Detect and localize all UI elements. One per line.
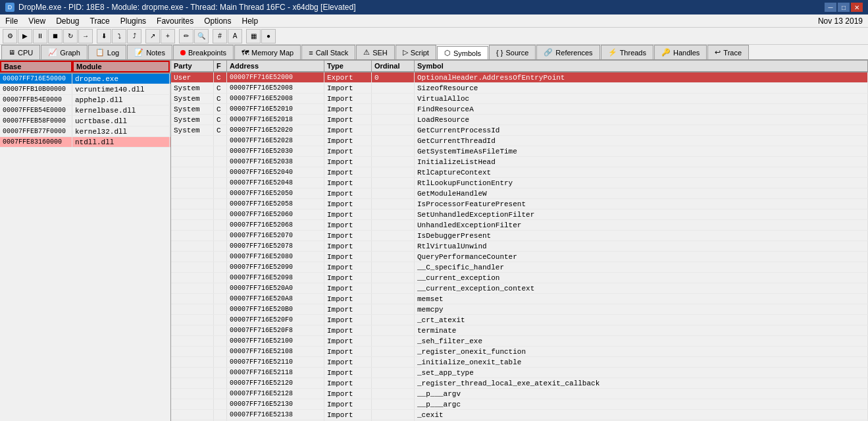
symbol-party-cell — [171, 231, 214, 240]
symbol-row[interactable]: 00007FF716E52100Import_seh_filter_exe — [171, 336, 868, 347]
toolbar-btn-1[interactable]: ⚙ — [3, 29, 17, 43]
tab-breakpoints[interactable]: Breakpoints — [173, 45, 234, 59]
symbol-row[interactable]: 00007FF716E520F0Import_crt_atexit — [171, 315, 868, 325]
tab-call-stack[interactable]: ≡ Call Stack — [301, 45, 355, 59]
maximize-button[interactable]: □ — [838, 3, 850, 12]
symbol-row[interactable]: SystemC00007FF716E52018ImportLoadResourc… — [171, 115, 868, 125]
toolbar-btn-10[interactable]: ↗ — [145, 29, 160, 43]
menu-trace[interactable]: Trace — [85, 14, 115, 27]
symbol-row[interactable]: 00007FF716E52090Import__C_specific_handl… — [171, 262, 868, 273]
module-row[interactable]: 00007FF716E50000dropme.exe — [0, 74, 170, 84]
symbol-row[interactable]: 00007FF716E52130Import__p___argc — [171, 399, 868, 410]
symbol-row[interactable]: 00007FF716E52048ImportRtlLookupFunctionE… — [171, 178, 868, 188]
toolbar-btn-6[interactable]: → — [78, 29, 93, 43]
symbols-table-body[interactable]: UserC00007FF716E52000Export0OptionalHead… — [171, 72, 868, 421]
toolbar-btn-12[interactable]: ✏ — [179, 29, 193, 43]
tab-symbols[interactable]: ⬡ Symbols — [437, 46, 488, 61]
module-base-cell: 0007FFE83160000 — [0, 137, 72, 147]
close-button[interactable]: ✕ — [851, 3, 863, 12]
tab-script[interactable]: ▷ Script — [396, 45, 436, 59]
menu-debug[interactable]: Debug — [51, 14, 84, 27]
symbol-f-cell — [214, 399, 227, 409]
symbol-row[interactable]: SystemC00007FF716E52020ImportGetCurrentP… — [171, 125, 868, 136]
symbol-row[interactable]: 00007FF716E52118Import_set_app_type — [171, 368, 868, 378]
symbol-row[interactable]: 00007FF716E52040ImportRtlCaptureContext — [171, 167, 868, 178]
symbol-row[interactable]: 00007FF716E52030ImportGetSystemTimeAsFil… — [171, 146, 868, 157]
symbol-row[interactable]: 00007FF716E52028ImportGetCurrentThreadId — [171, 136, 868, 146]
symbol-row[interactable]: 00007FF716E52068ImportUnhandledException… — [171, 220, 868, 231]
tab-handles[interactable]: 🔑 Handles — [654, 45, 707, 59]
tab-memory-map[interactable]: 🗺 Memory Map — [234, 45, 301, 59]
symbol-row[interactable]: SystemC00007FF716E52008ImportVirtualAllo… — [171, 94, 868, 104]
tab-log[interactable]: 📋 Log — [88, 45, 126, 59]
tab-source[interactable]: { } Source — [489, 45, 536, 59]
symbol-row[interactable]: 00007FF716E52138Import_cexit — [171, 410, 868, 420]
symbol-row[interactable]: 00007FF716E52078ImportRtlVirtualUnwind — [171, 241, 868, 252]
symbol-row[interactable]: 00007FF716E52098Import__current_exceptio… — [171, 273, 868, 283]
symbol-f-cell — [214, 136, 227, 146]
module-row[interactable]: 00007FFEB54E0000kernelbase.dll — [0, 105, 170, 116]
symbol-party-cell: User — [171, 72, 214, 82]
module-row[interactable]: 00007FFEB77F0000kernel32.dll — [0, 126, 170, 137]
tab-notes[interactable]: 📝 Notes — [127, 45, 172, 59]
symbol-row[interactable]: 00007FF716E520A8Importmemset — [171, 294, 868, 304]
symbol-type-cell: Import — [324, 347, 372, 356]
symbol-row[interactable]: 00007FF716E52050ImportGetModuleHandleW — [171, 188, 868, 199]
toolbar-btn-13[interactable]: 🔍 — [194, 29, 209, 43]
modules-table-body[interactable]: 00007FF716E50000dropme.exe00007FFB10B000… — [0, 74, 170, 148]
menu-help[interactable]: Help — [237, 14, 264, 27]
symbol-row[interactable]: 00007FF716E520A0Import__current_exceptio… — [171, 283, 868, 294]
module-row[interactable]: 0007FFE83160000ntdll.dll — [0, 137, 170, 148]
symbol-row[interactable]: 00007FF716E52080ImportQueryPerformanceCo… — [171, 252, 868, 262]
tab-references[interactable]: 🔗 References — [536, 45, 600, 59]
minimize-button[interactable]: ─ — [825, 3, 836, 12]
toolbar-btn-8[interactable]: ⤵ — [112, 29, 126, 43]
window-controls[interactable]: ─ □ ✕ — [825, 3, 863, 12]
toolbar-btn-15[interactable]: A — [228, 29, 242, 43]
symbol-row[interactable]: 00007FF716E52108Import_register_onexit_f… — [171, 347, 868, 357]
tab-seh[interactable]: ⚠ SEH — [356, 45, 395, 59]
module-row[interactable]: 00007FFB54E0000apphelp.dll — [0, 95, 170, 105]
toolbar-btn-14[interactable]: # — [213, 29, 227, 43]
toolbar-btn-16[interactable]: ▦ — [246, 29, 261, 43]
toolbar-btn-11[interactable]: + — [161, 29, 175, 43]
symbol-party-cell — [171, 347, 214, 356]
tab-graph[interactable]: 📈 Graph — [41, 45, 88, 59]
toolbar-btn-17[interactable]: ● — [261, 29, 276, 43]
symbol-ordinal-cell — [372, 188, 415, 198]
menu-favourites[interactable]: Favourites — [151, 14, 199, 27]
symbol-row[interactable]: SystemC00007FF716E52008ImportSizeofResou… — [171, 83, 868, 94]
symbol-party-cell — [171, 378, 214, 388]
module-row[interactable]: 00007FFB10B00000vcruntime140.dll — [0, 84, 170, 95]
symbols-main-panel: Party F Address Type Ordinal Symbol User… — [171, 61, 868, 421]
toolbar-btn-3[interactable]: ⏸ — [33, 29, 47, 43]
symbol-row[interactable]: 00007FF716E520F8Importterminate — [171, 325, 868, 336]
menu-file[interactable]: File — [0, 14, 23, 27]
menu-view[interactable]: View — [23, 14, 51, 27]
symbol-f-cell: C — [214, 104, 227, 114]
tab-threads-label: Threads — [620, 49, 646, 57]
symbol-row[interactable]: 00007FF716E52038ImportInitializeListHead — [171, 157, 868, 167]
symbol-row[interactable]: 00007FF716E52060ImportSetUnhandledExcept… — [171, 210, 868, 220]
symbol-row[interactable]: 00007FF716E52058ImportIsProcessorFeature… — [171, 199, 868, 210]
symbol-row[interactable]: SystemC00007FF716E52010ImportFindResourc… — [171, 104, 868, 115]
toolbar-btn-9[interactable]: ⤴ — [127, 29, 141, 43]
tab-cpu[interactable]: 🖥 CPU — [1, 45, 40, 59]
symbol-row[interactable]: 00007FF716E520B0Importmemcpy — [171, 304, 868, 315]
module-row[interactable]: 00007FFEB58F0000ucrtbase.dll — [0, 116, 170, 126]
symbol-row[interactable]: UserC00007FF716E52000Export0OptionalHead… — [171, 72, 868, 83]
menu-plugins[interactable]: Plugins — [115, 14, 151, 27]
tab-threads[interactable]: ⚡ Threads — [601, 45, 653, 59]
symbol-row[interactable]: 00007FF716E52110Import_initialize_onexit… — [171, 357, 868, 368]
tab-trace[interactable]: ↩ Trace — [707, 45, 749, 59]
toolbar-btn-5[interactable]: ↻ — [63, 29, 78, 43]
toolbar-btn-2[interactable]: ▶ — [18, 29, 32, 43]
toolbar-btn-4[interactable]: ⏹ — [48, 29, 63, 43]
symbol-row[interactable]: 00007FF716E52070ImportIsDebuggerPresent — [171, 231, 868, 241]
menu-options[interactable]: Options — [199, 14, 236, 27]
symbol-row[interactable]: 00007FF716E52128Import__p___argv — [171, 389, 868, 399]
tab-notes-label: Notes — [146, 49, 165, 57]
symbol-row[interactable]: 00007FF716E52120Import_register_thread_l… — [171, 378, 868, 389]
toolbar-btn-7[interactable]: ⬇ — [97, 29, 111, 43]
symbol-address-cell: 00007FF716E52040 — [227, 167, 324, 177]
